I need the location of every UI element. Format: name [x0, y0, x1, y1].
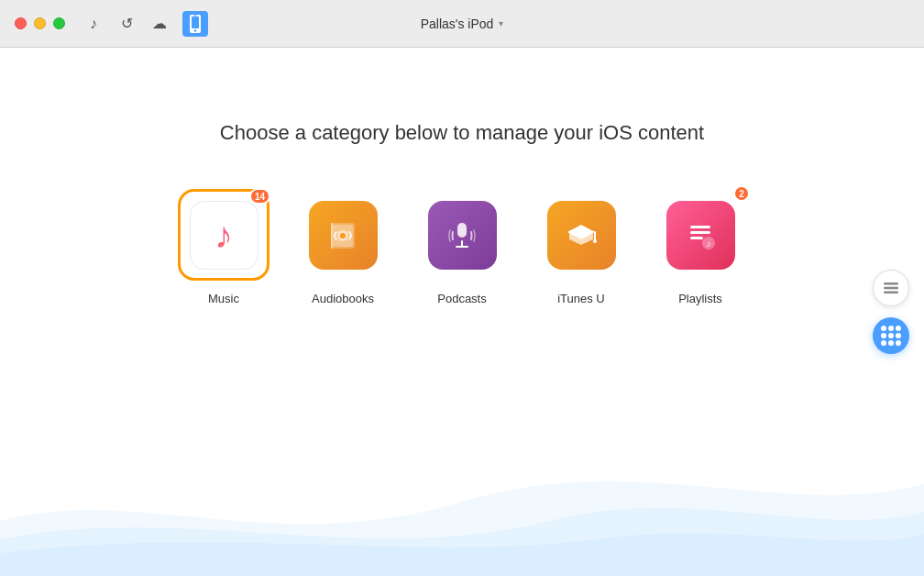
wave-background — [0, 411, 924, 576]
titlebar-icons: ♪ ↺ ☁ — [83, 11, 208, 37]
svg-rect-20 — [884, 287, 898, 290]
audiobooks-label: Audiobooks — [312, 292, 374, 305]
svg-rect-15 — [690, 231, 710, 234]
svg-rect-6 — [331, 223, 333, 249]
chevron-down-icon: ▾ — [499, 18, 503, 28]
music-app-icon: ♪ — [190, 201, 258, 270]
tools-button[interactable] — [873, 270, 909, 306]
svg-rect-19 — [884, 282, 898, 285]
svg-rect-9 — [457, 223, 467, 238]
playlists-app-icon: ♪ — [666, 201, 735, 270]
svg-rect-21 — [884, 292, 898, 294]
titlebar: ♪ ↺ ☁ Pallas's iPod ▾ — [0, 0, 924, 48]
music-icon[interactable]: ♪ — [83, 14, 104, 34]
traffic-lights — [15, 17, 65, 29]
svg-rect-1 — [192, 17, 199, 28]
playlists-label: Playlists — [678, 292, 722, 305]
close-button[interactable] — [15, 17, 27, 29]
svg-rect-16 — [690, 237, 703, 239]
audiobooks-app-icon — [309, 201, 378, 270]
svg-rect-14 — [690, 226, 710, 228]
minimize-button[interactable] — [34, 17, 46, 29]
podcasts-icon-wrapper — [416, 189, 508, 281]
category-itunes-u[interactable]: iTunes U — [535, 189, 627, 305]
side-buttons — [873, 270, 909, 354]
svg-point-13 — [593, 239, 597, 243]
music-badge: 14 — [249, 188, 270, 205]
grid-icon — [881, 326, 901, 346]
grid-view-button[interactable] — [873, 317, 909, 354]
page-title: Choose a category below to manage your i… — [220, 121, 704, 145]
itunesu-app-icon — [547, 201, 616, 270]
cloud-icon[interactable]: ☁ — [149, 14, 170, 34]
svg-point-2 — [194, 29, 196, 31]
podcasts-app-icon — [428, 201, 497, 270]
itunesu-label: iTunes U — [557, 292, 605, 305]
maximize-button[interactable] — [53, 17, 65, 29]
audiobooks-icon-wrapper — [297, 189, 389, 281]
playlists-badge: 2 — [733, 185, 750, 202]
device-icon[interactable] — [182, 11, 208, 37]
device-name: Pallas's iPod — [421, 17, 494, 31]
category-podcasts[interactable]: Podcasts — [416, 189, 508, 305]
playlists-icon-wrapper: 2 ♪ — [654, 189, 746, 281]
music-label: Music — [208, 292, 239, 305]
itunesu-icon-wrapper — [535, 189, 627, 281]
podcasts-label: Podcasts — [437, 292, 486, 305]
main-content: Choose a category below to manage your i… — [0, 48, 924, 576]
music-note-icon: ♪ — [214, 215, 233, 256]
svg-rect-3 — [193, 15, 197, 16]
category-music[interactable]: 14 ♪ Music — [178, 189, 270, 305]
category-playlists[interactable]: 2 ♪ Playlists — [654, 189, 746, 305]
device-title[interactable]: Pallas's iPod ▾ — [421, 17, 504, 31]
svg-text:♪: ♪ — [707, 238, 711, 249]
music-icon-wrapper: 14 ♪ — [178, 189, 270, 281]
refresh-icon[interactable]: ↺ — [116, 14, 137, 34]
svg-point-8 — [340, 233, 346, 238]
category-audiobooks[interactable]: Audiobooks — [297, 189, 389, 305]
categories-grid: 14 ♪ Music — [178, 189, 746, 305]
